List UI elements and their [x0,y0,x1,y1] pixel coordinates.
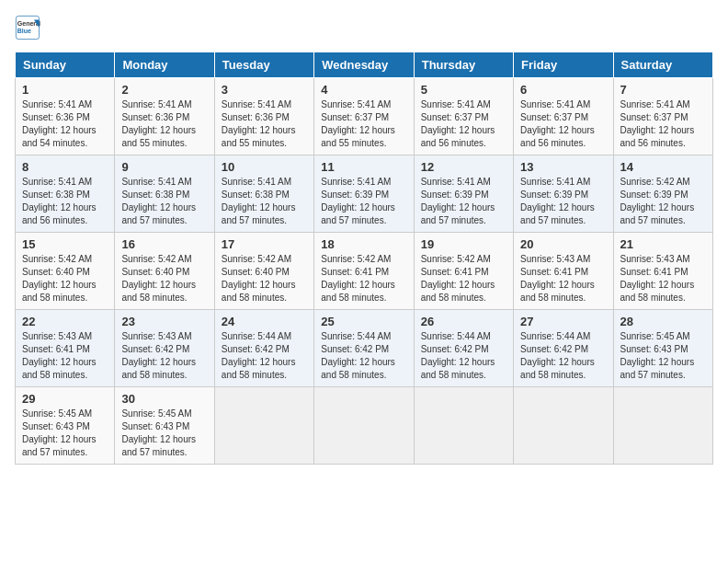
day-number: 26 [421,315,506,328]
calendar-week-2: 8Sunrise: 5:41 AM Sunset: 6:38 PM Daylig… [16,155,713,233]
day-info: Sunrise: 5:44 AM Sunset: 6:42 PM Dayligh… [421,330,506,382]
calendar-cell: 9Sunrise: 5:41 AM Sunset: 6:38 PM Daylig… [115,155,214,233]
calendar-cell: 3Sunrise: 5:41 AM Sunset: 6:36 PM Daylig… [214,78,313,155]
calendar-cell [214,387,313,465]
calendar-cell [514,387,613,465]
calendar-cell: 17Sunrise: 5:42 AM Sunset: 6:40 PM Dayli… [214,233,313,310]
day-info: Sunrise: 5:45 AM Sunset: 6:43 PM Dayligh… [22,408,108,459]
calendar-header-tuesday: Tuesday [214,52,313,78]
day-info: Sunrise: 5:41 AM Sunset: 6:37 PM Dayligh… [421,98,506,150]
day-info: Sunrise: 5:42 AM Sunset: 6:41 PM Dayligh… [421,253,506,304]
day-number: 30 [121,392,207,406]
day-number: 3 [222,83,307,97]
calendar-week-3: 15Sunrise: 5:42 AM Sunset: 6:40 PM Dayli… [16,233,713,310]
day-number: 15 [22,237,108,251]
day-info: Sunrise: 5:41 AM Sunset: 6:37 PM Dayligh… [520,98,606,150]
day-info: Sunrise: 5:41 AM Sunset: 6:37 PM Dayligh… [620,98,706,150]
page-header: General Blue [15,15,713,40]
day-number: 20 [520,237,606,251]
day-number: 5 [421,83,506,97]
day-info: Sunrise: 5:44 AM Sunset: 6:42 PM Dayligh… [222,330,307,382]
day-info: Sunrise: 5:41 AM Sunset: 6:36 PM Dayligh… [121,98,207,150]
calendar-cell: 25Sunrise: 5:44 AM Sunset: 6:42 PM Dayli… [314,310,414,387]
calendar-cell: 4Sunrise: 5:41 AM Sunset: 6:37 PM Daylig… [314,78,414,155]
calendar-cell: 13Sunrise: 5:41 AM Sunset: 6:39 PM Dayli… [514,155,613,233]
day-info: Sunrise: 5:41 AM Sunset: 6:36 PM Dayligh… [222,98,307,150]
day-number: 12 [421,160,506,174]
day-number: 24 [222,315,307,328]
calendar-cell [314,387,414,465]
day-number: 4 [321,83,406,97]
calendar-cell: 14Sunrise: 5:42 AM Sunset: 6:39 PM Dayli… [613,155,712,233]
day-number: 27 [520,315,606,328]
calendar-cell: 27Sunrise: 5:44 AM Sunset: 6:42 PM Dayli… [514,310,613,387]
day-info: Sunrise: 5:44 AM Sunset: 6:42 PM Dayligh… [321,330,406,382]
day-number: 28 [620,315,706,328]
day-number: 9 [121,160,207,174]
day-info: Sunrise: 5:43 AM Sunset: 6:41 PM Dayligh… [520,253,606,304]
day-number: 16 [121,237,207,251]
day-info: Sunrise: 5:42 AM Sunset: 6:40 PM Dayligh… [121,253,207,304]
calendar-cell: 30Sunrise: 5:45 AM Sunset: 6:43 PM Dayli… [115,387,214,465]
calendar-week-4: 22Sunrise: 5:43 AM Sunset: 6:41 PM Dayli… [16,310,713,387]
day-number: 2 [121,83,207,97]
day-info: Sunrise: 5:42 AM Sunset: 6:41 PM Dayligh… [321,253,406,304]
calendar-cell: 23Sunrise: 5:43 AM Sunset: 6:42 PM Dayli… [115,310,214,387]
day-number: 25 [321,315,406,328]
calendar-table: SundayMondayTuesdayWednesdayThursdayFrid… [15,52,713,465]
day-info: Sunrise: 5:41 AM Sunset: 6:38 PM Dayligh… [22,176,108,227]
calendar-header-thursday: Thursday [414,52,513,78]
calendar-cell: 6Sunrise: 5:41 AM Sunset: 6:37 PM Daylig… [514,78,613,155]
day-number: 17 [222,237,307,251]
calendar-cell: 26Sunrise: 5:44 AM Sunset: 6:42 PM Dayli… [414,310,513,387]
day-number: 8 [22,160,108,174]
calendar-header-friday: Friday [514,52,613,78]
calendar-cell: 11Sunrise: 5:41 AM Sunset: 6:39 PM Dayli… [314,155,414,233]
day-info: Sunrise: 5:41 AM Sunset: 6:37 PM Dayligh… [321,98,406,150]
calendar-cell: 24Sunrise: 5:44 AM Sunset: 6:42 PM Dayli… [214,310,313,387]
calendar-cell: 7Sunrise: 5:41 AM Sunset: 6:37 PM Daylig… [613,78,712,155]
calendar-header-wednesday: Wednesday [314,52,414,78]
svg-text:Blue: Blue [17,28,31,34]
calendar-cell [613,387,712,465]
day-number: 14 [620,160,706,174]
calendar-cell: 21Sunrise: 5:43 AM Sunset: 6:41 PM Dayli… [613,233,712,310]
calendar-cell: 12Sunrise: 5:41 AM Sunset: 6:39 PM Dayli… [414,155,513,233]
day-info: Sunrise: 5:41 AM Sunset: 6:39 PM Dayligh… [321,176,406,227]
calendar-cell: 29Sunrise: 5:45 AM Sunset: 6:43 PM Dayli… [16,387,115,465]
day-info: Sunrise: 5:43 AM Sunset: 6:42 PM Dayligh… [121,330,207,382]
day-info: Sunrise: 5:41 AM Sunset: 6:39 PM Dayligh… [421,176,506,227]
calendar-cell: 5Sunrise: 5:41 AM Sunset: 6:37 PM Daylig… [414,78,513,155]
logo: General Blue [15,15,40,40]
day-number: 18 [321,237,406,251]
day-number: 22 [22,315,108,328]
day-info: Sunrise: 5:42 AM Sunset: 6:40 PM Dayligh… [22,253,108,304]
day-info: Sunrise: 5:41 AM Sunset: 6:38 PM Dayligh… [121,176,207,227]
day-number: 23 [121,315,207,328]
logo-icon: General Blue [15,15,40,40]
calendar-cell: 16Sunrise: 5:42 AM Sunset: 6:40 PM Dayli… [115,233,214,310]
calendar-body: 1Sunrise: 5:41 AM Sunset: 6:36 PM Daylig… [16,78,713,465]
calendar-cell: 8Sunrise: 5:41 AM Sunset: 6:38 PM Daylig… [16,155,115,233]
day-info: Sunrise: 5:45 AM Sunset: 6:43 PM Dayligh… [620,330,706,382]
day-number: 10 [222,160,307,174]
day-number: 1 [22,83,108,97]
calendar-header-saturday: Saturday [613,52,712,78]
calendar-cell: 19Sunrise: 5:42 AM Sunset: 6:41 PM Dayli… [414,233,513,310]
day-number: 6 [520,83,606,97]
day-info: Sunrise: 5:43 AM Sunset: 6:41 PM Dayligh… [22,330,108,382]
calendar-cell [414,387,513,465]
day-info: Sunrise: 5:43 AM Sunset: 6:41 PM Dayligh… [620,253,706,304]
day-info: Sunrise: 5:45 AM Sunset: 6:43 PM Dayligh… [121,408,207,459]
day-info: Sunrise: 5:42 AM Sunset: 6:39 PM Dayligh… [620,176,706,227]
day-number: 21 [620,237,706,251]
calendar-week-5: 29Sunrise: 5:45 AM Sunset: 6:43 PM Dayli… [16,387,713,465]
calendar-cell: 15Sunrise: 5:42 AM Sunset: 6:40 PM Dayli… [16,233,115,310]
calendar-cell: 18Sunrise: 5:42 AM Sunset: 6:41 PM Dayli… [314,233,414,310]
calendar-cell: 28Sunrise: 5:45 AM Sunset: 6:43 PM Dayli… [613,310,712,387]
calendar-cell: 1Sunrise: 5:41 AM Sunset: 6:36 PM Daylig… [16,78,115,155]
calendar-cell: 10Sunrise: 5:41 AM Sunset: 6:38 PM Dayli… [214,155,313,233]
day-info: Sunrise: 5:44 AM Sunset: 6:42 PM Dayligh… [520,330,606,382]
calendar-header-row: SundayMondayTuesdayWednesdayThursdayFrid… [16,52,713,78]
day-info: Sunrise: 5:41 AM Sunset: 6:36 PM Dayligh… [22,98,108,150]
